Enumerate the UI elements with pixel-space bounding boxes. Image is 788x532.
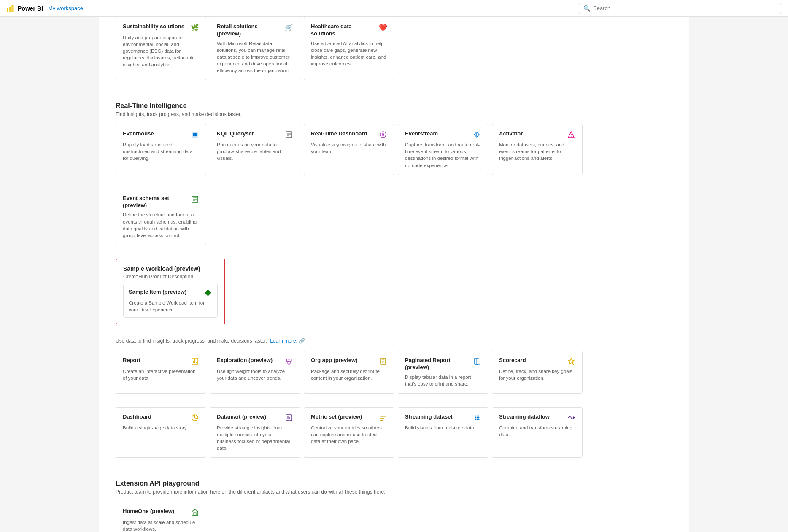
svg-rect-23	[194, 359, 195, 363]
card-desc-activator: Monitor datasets, queries, and event str…	[499, 141, 575, 162]
card-header-scorecard: Scorecard	[499, 357, 575, 365]
card-retail[interactable]: Retail solutions (preview) 🛒 With Micros…	[210, 17, 300, 80]
sustainability-icon: 🌿	[191, 23, 199, 32]
svg-rect-39	[287, 416, 289, 419]
card-eventhouse[interactable]: Eventhouse Rapidly load structured, unst…	[116, 124, 206, 175]
svg-point-26	[289, 359, 291, 362]
rtdashboard-icon	[379, 130, 387, 139]
card-header-kql: KQL Queryset	[217, 130, 293, 139]
card-title-orgapp: Org app (preview)	[311, 357, 379, 364]
svg-point-45	[475, 415, 476, 416]
cards-grid-event-schema: Event schema set (preview) Define the st…	[116, 189, 672, 245]
svg-rect-42	[380, 416, 386, 417]
card-header-streaming-dataset: Streaming dataset	[405, 413, 481, 422]
card-title-streaming-dataset: Streaming dataset	[405, 413, 473, 421]
rti-title: Real-Time Intelligence	[116, 94, 672, 110]
report-icon	[191, 357, 199, 365]
learn-more-link[interactable]: Learn more.	[270, 338, 297, 344]
card-desc-rtd: Visualize key insights to share with you…	[311, 141, 387, 155]
card-header-exploration: Exploration (preview)	[217, 357, 293, 365]
card-sustainability[interactable]: Sustainability solutions 🌿 Unify and pre…	[116, 17, 206, 80]
card-title-homeone: HomeOne (preview)	[123, 508, 191, 515]
card-title-streaming-dataflow: Streaming dataflow	[499, 413, 567, 421]
section-general: Use data to find insights, track progres…	[116, 338, 672, 394]
card-exploration[interactable]: Exploration (preview) Use lightweight to…	[210, 351, 300, 394]
card-header-dashboard: Dashboard	[123, 413, 199, 422]
cards-grid-general: Report Create an interactive presentatio…	[116, 351, 672, 394]
metricset-icon	[379, 413, 387, 422]
card-homeone[interactable]: HomeOne (preview) Ingest data at scale a…	[116, 502, 206, 532]
section-real-time-intelligence: Real-Time Intelligence Find insights, tr…	[116, 94, 672, 175]
card-rt-dashboard[interactable]: Real-Time Dashboard Visualize key insigh…	[304, 124, 394, 175]
svg-rect-41	[291, 418, 291, 419]
card-header-healthcare: Healthcare data solutions ❤️	[311, 23, 387, 38]
card-scorecard[interactable]: Scorecard Define, track, and share key g…	[492, 351, 583, 394]
search-box[interactable]: 🔍	[579, 3, 781, 14]
card-desc-eventhouse: Rapidly load structured, unstructured an…	[123, 141, 199, 162]
cards-grid-rti: Eventhouse Rapidly load structured, unst…	[116, 124, 672, 175]
workspace-link[interactable]: My workspace	[48, 5, 83, 11]
eventhouse-icon	[191, 130, 199, 139]
workload-card[interactable]: Sample Workload (preview) CreateHub Prod…	[116, 259, 225, 324]
card-header-homeone: HomeOne (preview)	[123, 508, 199, 516]
kql-icon	[285, 130, 293, 139]
card-header-sustainability: Sustainability solutions 🌿	[123, 23, 199, 32]
rti-subtitle: Find insights, track progress, and make …	[116, 111, 672, 117]
card-kql-queryset[interactable]: KQL Queryset Run queries on your data to…	[210, 124, 300, 175]
card-title-event-schema: Event schema set (preview)	[123, 195, 191, 209]
card-datamart[interactable]: Datamart (preview) Provide strategic ins…	[210, 407, 300, 458]
svg-point-11	[382, 133, 384, 136]
card-desc-sustainability: Unify and prepare disparate environmenta…	[123, 34, 199, 68]
card-title-retail: Retail solutions (preview)	[217, 23, 285, 38]
card-desc-kql: Run queries on your data to produce shar…	[217, 141, 293, 162]
svg-point-25	[286, 359, 289, 362]
power-bi-label: Power BI	[18, 5, 43, 12]
section-more-items: Dashboard Build a single-page data story…	[116, 407, 672, 458]
card-header-retail: Retail solutions (preview) 🛒	[217, 23, 293, 38]
retail-icon: 🛒	[285, 23, 293, 32]
svg-rect-1	[9, 7, 11, 12]
card-paginated-report[interactable]: Paginated Report (preview) Display tabul…	[398, 351, 488, 394]
card-event-schema-set[interactable]: Event schema set (preview) Define the st…	[116, 189, 206, 245]
card-desc-eventstream: Capture, transform, and route real-time …	[405, 141, 481, 168]
svg-rect-40	[289, 417, 290, 419]
search-input[interactable]	[593, 5, 777, 11]
svg-rect-3	[13, 5, 14, 12]
sample-item-title: Sample Item (preview)	[129, 289, 204, 296]
svg-point-47	[478, 415, 480, 416]
card-header-activator: Activator	[499, 130, 575, 139]
search-icon: 🔍	[583, 5, 591, 12]
card-healthcare[interactable]: Healthcare data solutions ❤️ Use advance…	[304, 17, 394, 80]
card-title-metric-set: Metric set (preview)	[311, 413, 379, 421]
card-title-sustainability: Sustainability solutions	[123, 23, 191, 30]
svg-rect-33	[476, 359, 480, 364]
sample-item-card[interactable]: Sample Item (preview) Create a Sample Wo…	[123, 284, 218, 318]
svg-point-27	[288, 362, 290, 364]
card-dashboard[interactable]: Dashboard Build a single-page data story…	[116, 407, 206, 458]
top-nav: Power BI My workspace 🔍	[0, 0, 788, 17]
svg-rect-55	[194, 513, 196, 515]
card-metric-set[interactable]: Metric set (preview) Centralize your met…	[304, 407, 394, 458]
card-streaming-dataset[interactable]: Streaming dataset Build visuals from rea…	[398, 407, 488, 458]
streaming-dataset-icon	[473, 413, 481, 422]
exploration-icon	[285, 357, 293, 365]
section-sample-workload: Sample Workload (preview) CreateHub Prod…	[116, 259, 672, 324]
card-title-report: Report	[123, 357, 191, 364]
healthcare-icon: ❤️	[379, 23, 387, 32]
svg-line-37	[195, 418, 197, 419]
card-report[interactable]: Report Create an interactive presentatio…	[116, 351, 206, 394]
card-activator[interactable]: Activator Monitor datasets, queries, and…	[492, 124, 583, 175]
card-eventstream[interactable]: Eventstream Capture, transform, and rout…	[398, 124, 488, 175]
dashboard-icon	[191, 413, 199, 422]
datamart-icon	[285, 413, 293, 422]
main-content: Sustainability solutions 🌿 Unify and pre…	[99, 17, 689, 532]
card-header-eventhouse: Eventhouse	[123, 130, 199, 139]
card-org-app[interactable]: Org app (preview) Package and securely d…	[304, 351, 394, 394]
powerbi-icon	[7, 5, 14, 12]
card-desc-metric-set: Centralize your metrics so others can ex…	[311, 424, 387, 445]
card-streaming-dataflow[interactable]: Streaming dataflow Combine and transform…	[492, 407, 583, 458]
svg-rect-24	[196, 362, 197, 363]
homeone-icon	[191, 508, 199, 516]
card-title-healthcare: Healthcare data solutions	[311, 23, 379, 38]
eventschema-icon	[191, 195, 199, 203]
